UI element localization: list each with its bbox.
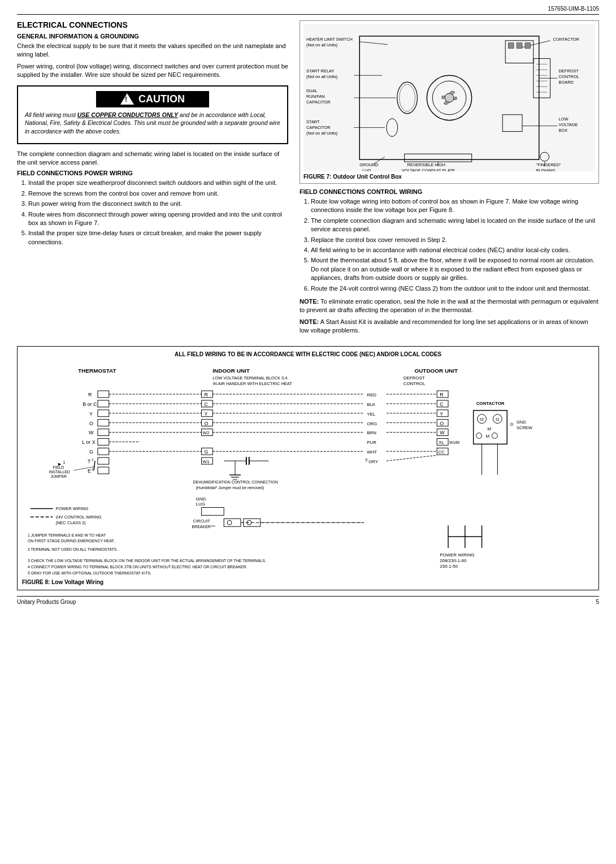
svg-text:RUN/FAN: RUN/FAN	[306, 94, 325, 99]
svg-text:T: T	[88, 459, 91, 465]
svg-text:CONTROL: CONTROL	[404, 382, 426, 387]
svg-text:(Not on all Units): (Not on all Units)	[306, 131, 338, 136]
svg-text:R: R	[204, 392, 208, 398]
svg-text:BREAKER***: BREAKER***	[192, 525, 216, 529]
svg-line-3	[359, 42, 388, 45]
svg-text:INSTALLED: INSTALLED	[49, 470, 70, 474]
caution-text-part1: All field wiring must	[25, 111, 77, 118]
svg-rect-124	[224, 519, 241, 527]
svg-text:W: W	[89, 430, 94, 436]
svg-line-45	[374, 157, 385, 164]
svg-text:BRN: BRN	[367, 431, 376, 436]
figure8-section: ALL FIELD WIRING TO BE IN ACCORDANCE WIT…	[17, 346, 599, 590]
svg-text:C: C	[204, 401, 208, 407]
svg-rect-64	[98, 400, 109, 407]
svg-text:BLK: BLK	[367, 402, 376, 407]
note1: NOTE: To eliminate erratic operation, se…	[300, 297, 599, 315]
svg-rect-76	[98, 439, 109, 446]
svg-text:SCREW: SCREW	[517, 425, 532, 430]
svg-text:RED: RED	[367, 392, 376, 398]
svg-text:"FINGERED": "FINGERED"	[536, 162, 561, 167]
svg-text:FIELD: FIELD	[53, 465, 64, 469]
control-wiring-item-4: All field wiring to be in accordance wit…	[311, 246, 599, 254]
svg-rect-121	[201, 508, 224, 516]
svg-text:GROUND: GROUND	[359, 162, 379, 167]
section-electrical-title: ELECTRICAL CONNECTIONS	[17, 20, 288, 29]
svg-rect-67	[98, 410, 109, 417]
svg-text:CONTROL: CONTROL	[559, 74, 579, 79]
control-wiring-title: FIELD CONNECTIONS CONTROL WIRING	[300, 188, 599, 195]
control-wiring-item-2: The complete connection diagram and sche…	[311, 217, 599, 234]
svg-text:C: C	[440, 401, 444, 407]
svg-text:DUAL: DUAL	[306, 88, 318, 93]
svg-text:CONTACTOR: CONTACTOR	[476, 401, 505, 406]
svg-text:BUSHING: BUSHING	[536, 168, 556, 171]
control-wiring-item-1: Route low voltage wiring into bottom of …	[311, 197, 599, 215]
svg-text:B or C: B or C	[83, 401, 97, 407]
svg-text:E: E	[88, 468, 91, 474]
svg-text:GND.: GND.	[517, 420, 527, 425]
svg-text:2: 2	[92, 468, 93, 471]
svg-text:W1: W1	[202, 460, 209, 465]
svg-text:208/230-1-60: 208/230-1-60	[440, 558, 467, 563]
svg-text:(Not on all Units): (Not on all Units)	[306, 74, 338, 79]
svg-text:CC: CC	[438, 450, 445, 455]
svg-text:IN AIR HANDLER WITH ELECTRIC H: IN AIR HANDLER WITH ELECTRIC HEAT	[212, 382, 292, 387]
svg-text:BOX: BOX	[559, 128, 568, 133]
svg-text:G: G	[89, 450, 93, 455]
svg-rect-85	[98, 468, 109, 474]
svg-text:2: 2	[92, 459, 93, 462]
svg-text:YEL: YEL	[367, 412, 376, 417]
subsection-field-power-title: FIELD CONNECTIONS POWER WIRING	[17, 170, 288, 176]
svg-rect-73	[98, 429, 109, 436]
field-power-item-5: Install the proper size time-delay fuses…	[28, 229, 288, 247]
svg-text:230-1-50: 230-1-50	[440, 564, 458, 569]
svg-text:ORG: ORG	[367, 421, 377, 426]
svg-point-28	[397, 82, 418, 114]
svg-text:GRY: GRY	[368, 460, 379, 465]
svg-rect-8	[517, 43, 522, 49]
page-header: 157650-UIM-B-1105	[17, 6, 599, 15]
svg-text:LOW: LOW	[559, 116, 569, 122]
svg-text:OUTDOOR UNIT: OUTDOOR UNIT	[415, 368, 458, 374]
field-power-item-4: Route wires from disconnect through powe…	[28, 210, 288, 228]
svg-text:G: G	[204, 450, 208, 455]
svg-text:t1: t1	[496, 417, 500, 422]
general-para1: Check the electrical supply to be sure t…	[17, 42, 288, 59]
svg-text:t2: t2	[480, 417, 484, 422]
svg-text:DEFROST: DEFROST	[559, 68, 579, 74]
svg-point-52	[540, 152, 549, 161]
svg-text:3 CHECK THE LOW VOLTAGE TERMIN: 3 CHECK THE LOW VOLTAGE TERMINAL BLOCK O…	[28, 559, 266, 563]
svg-text:CAPACITOR: CAPACITOR	[306, 100, 331, 105]
svg-point-37	[387, 119, 398, 137]
subsection-general-title: GENERAL INFORMATION & GROUNDING	[17, 33, 288, 40]
svg-text:CIRCUIT: CIRCUIT	[193, 519, 211, 524]
svg-text:CAPACITOR: CAPACITOR	[306, 125, 331, 130]
svg-text:ON FIRST STAGE DURING EMERGENC: ON FIRST STAGE DURING EMERGENCY HEAT.	[28, 539, 115, 543]
caution-triangle-icon	[120, 93, 134, 105]
para-diagram: The complete connection diagram and sche…	[17, 150, 288, 167]
general-para2: Power wiring, control (low voltage) wiri…	[17, 62, 288, 80]
svg-text:REVERSIBLE HIGH: REVERSIBLE HIGH	[407, 162, 445, 167]
svg-text:WHT: WHT	[367, 450, 377, 455]
svg-text:POWER WIRING: POWER WIRING	[56, 507, 89, 512]
figure7-box: HEATER LIMIT SWITCH (Not on all Units) C…	[300, 20, 599, 184]
svg-rect-70	[98, 420, 109, 426]
svg-text:DEFROST: DEFROST	[404, 376, 425, 381]
figure8-caption: FIGURE 8: Low Voltage Wiring	[22, 579, 594, 585]
field-power-list: Install the proper size weatherproof dis…	[28, 179, 288, 247]
svg-rect-61	[98, 391, 109, 398]
svg-text:O: O	[440, 421, 444, 426]
svg-text:M: M	[487, 426, 491, 431]
svg-text:24V CONTROL WIRING: 24V CONTROL WIRING	[56, 515, 102, 520]
field-power-item-2: Remove the screws from the control box c…	[28, 189, 288, 198]
svg-text:INDOOR UNIT: INDOOR UNIT	[212, 368, 250, 374]
svg-text:W166: W166	[449, 441, 459, 445]
svg-text:START: START	[306, 119, 320, 124]
svg-line-160	[387, 456, 437, 461]
figure8-title: ALL FIELD WIRING TO BE IN ACCORDANCE WIT…	[22, 351, 594, 357]
svg-text:W: W	[440, 430, 445, 436]
svg-text:(NEC CLASS 2): (NEC CLASS 2)	[56, 521, 86, 526]
field-power-item-1: Install the proper size weatherproof dis…	[28, 179, 288, 187]
svg-text:1 JUMPER TERMINALS E AND W TO : 1 JUMPER TERMINALS E AND W TO HEAT	[28, 534, 106, 538]
